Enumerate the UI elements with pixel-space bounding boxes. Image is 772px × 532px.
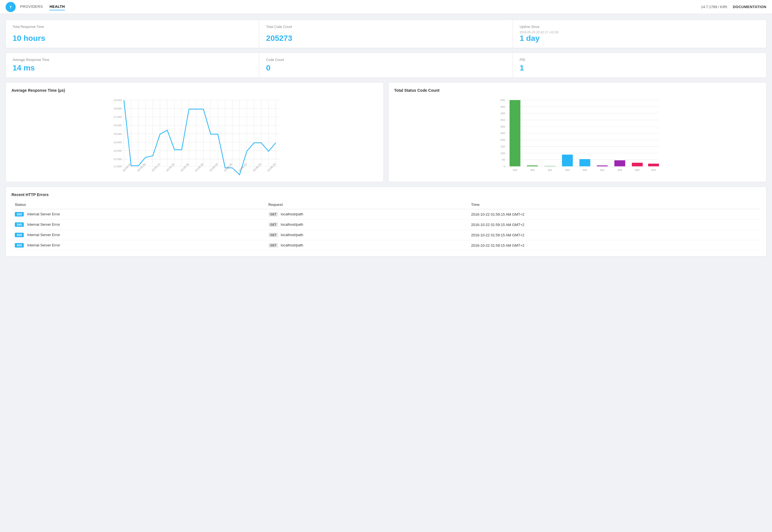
documentation-link[interactable]: DOCUMENTATION (733, 5, 766, 9)
svg-text:100: 100 (500, 152, 505, 155)
stat-avg-response-time: Average Response Time 14 ms (6, 53, 259, 77)
svg-text:50: 50 (502, 158, 505, 161)
stat-label-code-count: Code Count (266, 58, 506, 62)
svg-text:150: 150 (500, 145, 505, 148)
nav-health[interactable]: HEALTH (50, 3, 65, 10)
stat-uptime-sub: 2018-05-20 20:42:17 +02:00 (520, 30, 759, 34)
status-badge: 500 (15, 243, 24, 248)
status-badge: 500 (15, 233, 24, 237)
header-right: 14.7.1789 / KIRI DOCUMENTATION (701, 5, 766, 9)
cell-time: 2016-10-22 01:59:15 AM GMT+2 (468, 230, 761, 240)
cell-request: GET localhost/path (265, 220, 468, 230)
stat-label-total-response: Total Response Time (13, 25, 252, 29)
svg-text:11,000: 11,000 (114, 165, 122, 168)
bar-chart-title: Total Status Code Count (394, 88, 761, 93)
cell-status: 500 Internal Server Error (11, 220, 265, 230)
version-label: 14.7.1789 / KIRI (701, 5, 727, 9)
error-message: Internal Server Error (27, 212, 60, 216)
stat-label-pid: PID (520, 58, 759, 62)
svg-text:13,000: 13,000 (114, 149, 122, 152)
bar-500 (632, 163, 643, 166)
stat-value-uptime: 1 day (520, 34, 759, 43)
svg-text:250: 250 (500, 131, 505, 135)
svg-text:18,000: 18,000 (114, 107, 122, 110)
bar-304 (580, 159, 590, 166)
svg-text:350: 350 (500, 118, 505, 121)
stat-value-code-count: 0 (266, 63, 506, 72)
svg-text:503: 503 (651, 168, 656, 171)
line-chart-svg: 19,000 18,000 17,000 16,000 15,000 14,00… (11, 97, 378, 175)
stat-value-avg-response: 14 ms (13, 63, 252, 72)
svg-text:206: 206 (530, 168, 535, 171)
table-row: 500 Internal Server Error GET localhost/… (11, 230, 761, 240)
svg-text:302: 302 (565, 168, 569, 171)
cell-time: 2016-10-22 01:59:15 AM GMT+2 (468, 220, 761, 230)
stat-label-uptime: Uptime Since (520, 25, 759, 29)
stat-label-total-code: Total Code Count (266, 25, 506, 29)
svg-text:450: 450 (500, 105, 505, 108)
cell-time: 2016-10-22 01:59:15 AM GMT+2 (468, 240, 761, 251)
stats-row-2: Average Response Time 14 ms Code Count 0… (6, 53, 766, 78)
svg-text:304: 304 (583, 168, 587, 171)
svg-text:19,000: 19,000 (114, 98, 122, 102)
bar-503 (648, 164, 659, 166)
method-badge: GET (269, 222, 278, 227)
stat-uptime: Uptime Since 2018-05-20 20:42:17 +02:00 … (513, 20, 766, 48)
request-path: localhost/path (281, 233, 303, 237)
logo-icon: T (6, 2, 16, 12)
bar-chart-svg: 500 450 400 350 300 250 200 150 100 50 0 (394, 97, 761, 175)
bar-200 (510, 100, 521, 166)
line-chart-path (124, 100, 276, 175)
errors-title: Recent HTTP Errors (11, 192, 761, 197)
main-nav: PROVIDERS HEALTH (20, 3, 701, 10)
svg-text:03:05:35: 03:05:35 (180, 163, 189, 172)
line-chart-card: Average Response Time (μs) (6, 82, 384, 182)
col-request: Request (265, 200, 468, 209)
errors-table: Status Request Time 500 Internal Server … (11, 200, 761, 251)
svg-text:500: 500 (635, 168, 640, 171)
svg-text:15,000: 15,000 (114, 132, 122, 135)
svg-text:03:05:55: 03:05:55 (209, 163, 218, 172)
stat-pid: PID 1 (513, 53, 766, 77)
svg-text:301: 301 (548, 168, 552, 171)
line-chart-title: Average Response Time (μs) (11, 88, 378, 93)
stat-label-avg-response: Average Response Time (13, 58, 252, 62)
svg-text:03:05:45: 03:05:45 (194, 163, 204, 172)
svg-text:03:06:25: 03:06:25 (252, 163, 262, 172)
cell-status: 500 Internal Server Error (11, 230, 265, 240)
stat-value-total-code: 205273 (266, 34, 506, 43)
cell-time: 2016-10-22 01:59:15 AM GMT+2 (468, 209, 761, 220)
svg-text:T: T (10, 5, 12, 9)
main-content: Total Response Time 10 hours Total Code … (0, 14, 772, 262)
request-path: localhost/path (281, 243, 303, 247)
svg-text:400: 400 (500, 112, 505, 115)
stat-total-code-count: Total Code Count 205273 (259, 20, 513, 48)
table-row: 500 Internal Server Error GET localhost/… (11, 220, 761, 230)
svg-text:300: 300 (500, 125, 505, 128)
stats-row-1: Total Response Time 10 hours Total Code … (6, 20, 766, 48)
bar-301 (545, 166, 556, 166)
svg-text:16,000: 16,000 (114, 124, 122, 127)
cell-status: 500 Internal Server Error (11, 209, 265, 220)
error-message: Internal Server Error (27, 233, 60, 237)
bar-chart-card: Total Status Code Count 500 450 (388, 82, 766, 182)
bar-206 (527, 165, 538, 166)
svg-text:03:04:55: 03:04:55 (122, 163, 132, 172)
stat-value-pid: 1 (520, 63, 759, 72)
stat-total-response-time: Total Response Time 10 hours (6, 20, 259, 48)
svg-text:200: 200 (500, 138, 505, 141)
svg-text:0: 0 (503, 165, 505, 168)
header: T PROVIDERS HEALTH 14.7.1789 / KIRI DOCU… (0, 0, 772, 14)
method-badge: GET (269, 212, 278, 216)
table-row: 500 Internal Server Error GET localhost/… (11, 240, 761, 251)
svg-text:14,000: 14,000 (114, 141, 122, 144)
method-badge: GET (269, 233, 278, 237)
svg-text:200: 200 (513, 168, 517, 171)
stat-code-count: Code Count 0 (259, 53, 513, 77)
error-message: Internal Server Error (27, 222, 60, 227)
col-status: Status (11, 200, 265, 209)
cell-request: GET localhost/path (265, 209, 468, 220)
cell-request: GET localhost/path (265, 230, 468, 240)
request-path: localhost/path (281, 222, 303, 227)
nav-providers[interactable]: PROVIDERS (20, 3, 43, 10)
